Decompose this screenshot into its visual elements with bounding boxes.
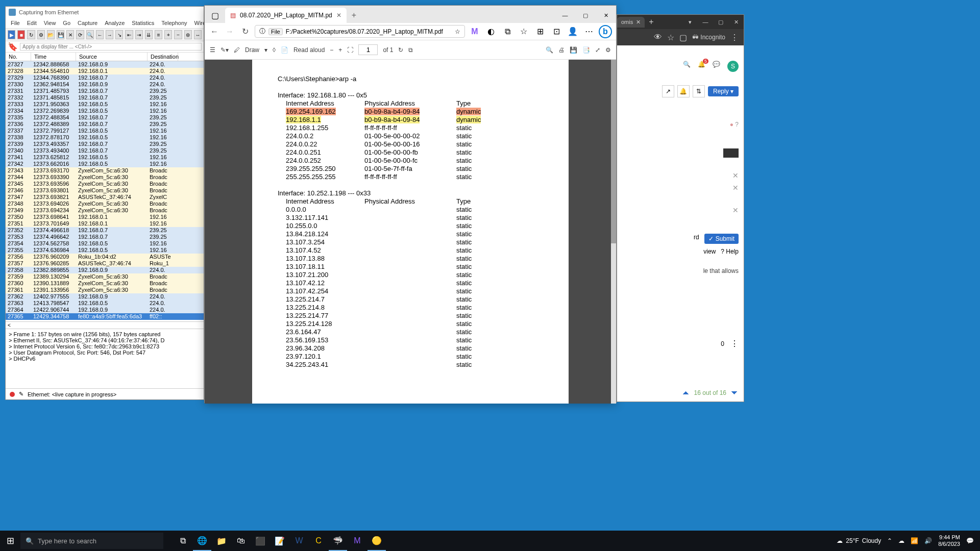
chrome-more-icon[interactable]: ⋮: [730, 33, 739, 42]
last-icon[interactable]: ⇥: [135, 30, 143, 39]
packet-row[interactable]: 2735512374.636984192.168.0.5192.16: [6, 247, 204, 254]
new-tab-button[interactable]: +: [347, 8, 361, 23]
back-icon[interactable]: ←: [209, 26, 220, 37]
packet-row[interactable]: 2736412422.906744192.168.0.9224.0.: [6, 307, 204, 313]
weather-widget[interactable]: ☁ 25°F Cloudy: [837, 537, 881, 544]
packet-row[interactable]: 2734812373.694026ZyxelCom_5c:a6:30Broadc: [6, 201, 204, 207]
packet-row[interactable]: 2734312373.693170ZyxelCom_5c:a6:30Broadc: [6, 167, 204, 174]
restart-icon[interactable]: ↻: [27, 30, 35, 39]
wifi-icon[interactable]: 📶: [911, 537, 918, 544]
packet-row[interactable]: 2735012373.698641192.168.0.1192.16: [6, 214, 204, 220]
content-search-icon[interactable]: 🔍: [683, 61, 691, 72]
erase-icon[interactable]: ◊: [273, 46, 276, 54]
review-label[interactable]: view: [703, 248, 716, 255]
profile-icon[interactable]: 👤: [567, 26, 578, 37]
col-no-header[interactable]: No.: [6, 53, 31, 61]
packet-row[interactable]: 2733512372.488354192.168.0.7239.25: [6, 114, 204, 121]
reply-button[interactable]: Reply ▾: [708, 86, 739, 96]
submit-button[interactable]: ✓ Submit: [704, 234, 739, 244]
page-view-icon[interactable]: ⧉: [408, 46, 413, 54]
autoscroll-icon[interactable]: ⇊: [145, 30, 153, 39]
minimize-icon[interactable]: —: [555, 8, 575, 23]
contents-icon[interactable]: ☰: [210, 46, 215, 54]
packet-row[interactable]: 2735712376.960285ASUSTekC_37:46:74Roku_1: [6, 260, 204, 267]
panel-icon[interactable]: ▢: [679, 33, 687, 42]
draw-mode-icon[interactable]: 🖊: [234, 46, 240, 54]
packet-row[interactable]: 2735612376.960209Roku_1b:04:d2ASUSTe: [6, 254, 204, 260]
bell-toggle-icon[interactable]: 🔔: [677, 85, 690, 97]
packet-row[interactable]: 2733712372.799127192.168.0.5192.16: [6, 128, 204, 134]
packet-row[interactable]: 2733412372.269839192.168.0.5192.16: [6, 108, 204, 114]
packet-list[interactable]: 2732712342.888658192.168.0.9224.0.273281…: [6, 61, 204, 321]
notifications-icon[interactable]: 💬: [966, 537, 974, 544]
bell-icon[interactable]: 🔔5: [698, 61, 705, 72]
chrome-tab[interactable]: omis ✕: [617, 17, 645, 28]
avatar-icon[interactable]: S: [727, 61, 739, 72]
col-dest-header[interactable]: Destination: [148, 53, 178, 61]
task-view-icon[interactable]: ⧉: [174, 531, 192, 551]
packet-row[interactable]: 2733212371.485815192.168.0.7239.25: [6, 94, 204, 101]
sort-icon[interactable]: ⇅: [693, 85, 705, 97]
rotate-icon[interactable]: ↻: [398, 46, 403, 54]
detail-line[interactable]: > Frame 1: 157 bytes on wire (1256 bits)…: [9, 331, 201, 337]
volume-icon[interactable]: 🔊: [924, 537, 932, 544]
packet-row[interactable]: 2733312371.950363192.168.0.5192.16: [6, 101, 204, 108]
reload-icon[interactable]: ⟳: [76, 30, 84, 39]
chrome-new-tab[interactable]: +: [645, 17, 657, 27]
filter-input[interactable]: [20, 43, 202, 51]
pdf-scrollbar[interactable]: [611, 60, 616, 404]
zoom-in-icon[interactable]: +: [338, 46, 342, 54]
taskbar-search[interactable]: 🔍 Type here to search: [20, 533, 163, 549]
detail-line[interactable]: > Internet Protocol Version 6, Src: fe80…: [9, 343, 201, 349]
find-icon[interactable]: 🔍: [86, 30, 94, 39]
filter-icon[interactable]: 🔖: [8, 42, 18, 52]
packet-row[interactable]: 2734912373.694234ZyxelCom_5c:a6:30Broadc: [6, 207, 204, 214]
eye-off-icon[interactable]: 👁: [654, 33, 662, 42]
page-up-icon[interactable]: ⏶: [682, 388, 690, 397]
zoom-reset-icon[interactable]: ⊜: [184, 30, 192, 39]
menu-file[interactable]: File: [11, 20, 20, 26]
packet-row[interactable]: 2736012390.131889ZyxelCom_5c:a6:30Broadc: [6, 280, 204, 287]
zoom-out-icon[interactable]: −: [174, 30, 182, 39]
maximize-icon[interactable]: ▢: [713, 19, 728, 26]
store-icon[interactable]: 🛍: [232, 531, 250, 551]
page-down-icon[interactable]: ⏷: [730, 388, 739, 397]
goto-icon[interactable]: ↘: [115, 30, 123, 39]
packet-row[interactable]: 2735312374.496642192.168.0.7239.25: [6, 234, 204, 240]
packet-row[interactable]: 2734412373.693390ZyxelCom_5c:a6:30Broadc: [6, 174, 204, 181]
first-icon[interactable]: ⇤: [125, 30, 133, 39]
favorite-icon[interactable]: ☆: [455, 28, 460, 35]
edge-taskbar-icon[interactable]: 🌐: [193, 531, 211, 551]
packet-row[interactable]: 2733112371.485793192.168.0.7239.25: [6, 88, 204, 94]
page-number-input[interactable]: [358, 44, 378, 55]
col-source-header[interactable]: Source: [76, 53, 148, 61]
ext-shield-icon[interactable]: ◐: [485, 26, 497, 37]
menu-go[interactable]: Go: [63, 20, 70, 26]
menu-edit[interactable]: Edit: [27, 20, 37, 26]
packet-row[interactable]: 2735912389.130294ZyxelCom_5c:a6:30Broadc: [6, 273, 204, 280]
horizontal-scrollbar[interactable]: <: [6, 321, 204, 329]
extensions-icon[interactable]: ⊡: [551, 26, 562, 37]
packet-row[interactable]: 2736512429.344758fe80::a4a9:5bff:fea5:6d…: [6, 313, 204, 320]
favorites-icon[interactable]: ☆: [518, 26, 529, 37]
incognito-badge[interactable]: 🕶 Incognito: [692, 34, 725, 41]
info-icon[interactable]: ⓘ: [259, 27, 265, 36]
packet-row[interactable]: 2732712342.888658192.168.0.9224.0.: [6, 61, 204, 68]
col-time-header[interactable]: Time: [31, 53, 76, 61]
close-icon[interactable]: ✕: [596, 8, 616, 23]
packet-row[interactable]: 2736312413.798547192.168.0.5224.0.: [6, 300, 204, 307]
maximize-icon[interactable]: ▢: [575, 8, 596, 23]
mail-icon[interactable]: M: [348, 531, 366, 551]
packet-row[interactable]: 2735412374.562758192.168.0.5192.16: [6, 240, 204, 247]
packet-row[interactable]: 2736112391.133956ZyxelCom_5c:a6:30Broadc: [6, 287, 204, 293]
terminal-icon[interactable]: ⬛: [251, 531, 270, 551]
chrome-taskbar-icon[interactable]: 🟡: [368, 531, 386, 551]
bing-icon[interactable]: b: [599, 25, 612, 38]
search-icon[interactable]: 🔍: [546, 46, 553, 54]
packet-row[interactable]: 2735112373.701649192.168.0.1192.16: [6, 220, 204, 227]
next-icon[interactable]: →: [106, 30, 113, 39]
word-icon[interactable]: W: [290, 531, 308, 551]
explorer-icon[interactable]: 📁: [212, 531, 231, 551]
highlight-icon[interactable]: ✎▾: [220, 46, 229, 54]
forward-icon[interactable]: →: [224, 26, 235, 37]
